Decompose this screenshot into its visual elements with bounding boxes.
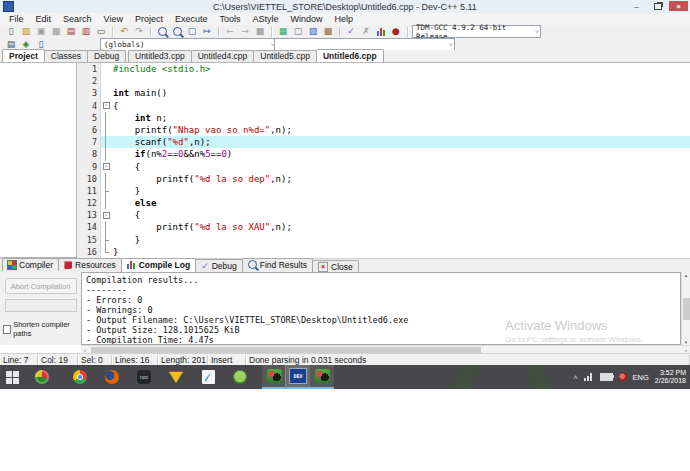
tab-project[interactable]: Project bbox=[2, 49, 45, 62]
toolbar-close-file-button[interactable]: ▤ bbox=[64, 25, 78, 38]
notification-icon[interactable] bbox=[619, 373, 627, 381]
code-line-6[interactable]: 6 printf("Nhap vao so n%d=",n); bbox=[77, 124, 690, 136]
toolbar-close-all-button[interactable]: ▥ bbox=[79, 25, 93, 38]
code-text[interactable]: } bbox=[111, 246, 690, 258]
code-text[interactable]: { bbox=[111, 161, 690, 173]
code-line-13[interactable]: 13- { bbox=[77, 209, 690, 221]
toolbar-new-project-button[interactable]: ▦ bbox=[276, 25, 290, 38]
fold-collapse-icon[interactable]: - bbox=[103, 163, 110, 170]
abort-compilation-button[interactable]: Abort Compilation bbox=[5, 278, 77, 294]
compiler-combobox[interactable]: TDM-GCC 4.9.2 64-bit Release˅ bbox=[412, 25, 541, 38]
toolbar-replace-button[interactable]: ▢ bbox=[185, 25, 199, 38]
code-line-8[interactable]: 8 if(n%2==0&&n%5==0) bbox=[77, 148, 690, 160]
fold-marker[interactable]: - bbox=[101, 100, 111, 112]
menu-execute[interactable]: Execute bbox=[169, 14, 214, 24]
tab-debug[interactable]: ✓Debug bbox=[195, 259, 243, 272]
menu-tools[interactable]: Tools bbox=[213, 14, 246, 24]
tab-debug[interactable]: Debug bbox=[87, 50, 126, 62]
clock[interactable]: 3:52 PM2/26/2018 bbox=[655, 369, 686, 385]
toolbar-find-button[interactable] bbox=[155, 25, 169, 38]
toolbar-profile-button[interactable] bbox=[374, 25, 388, 38]
tab-resources[interactable]: Resources bbox=[58, 258, 122, 271]
code-text[interactable]: #include <stdio.h> bbox=[111, 63, 690, 75]
app-triangle[interactable] bbox=[164, 365, 188, 389]
restore-button[interactable] bbox=[648, 1, 667, 11]
network-signal-icon[interactable] bbox=[584, 373, 594, 381]
code-text[interactable]: int main() bbox=[111, 87, 690, 99]
app-quill-editor[interactable] bbox=[196, 365, 220, 389]
toolbar-open-button[interactable]: ▨ bbox=[19, 25, 33, 38]
checkbox-icon[interactable] bbox=[3, 325, 11, 334]
menu-help[interactable]: Help bbox=[329, 14, 360, 24]
toolbar-package-manager-button[interactable]: ▩ bbox=[321, 25, 335, 38]
toolbar-abort-button[interactable]: ■ bbox=[253, 25, 267, 38]
app-game-1[interactable] bbox=[262, 365, 286, 389]
code-line-16[interactable]: 16} bbox=[77, 246, 690, 258]
code-line-12[interactable]: 12 else bbox=[77, 197, 690, 209]
app-chrome[interactable] bbox=[68, 365, 92, 389]
code-text[interactable]: { bbox=[111, 209, 690, 221]
app-firefox[interactable] bbox=[100, 365, 124, 389]
scroll-up-icon[interactable]: ▴ bbox=[685, 272, 688, 278]
tab-compiler[interactable]: Compiler bbox=[2, 258, 59, 271]
shorten-paths-option[interactable]: Shorten compiler paths bbox=[3, 320, 81, 338]
start-button[interactable] bbox=[0, 365, 24, 389]
code-line-5[interactable]: 5 int n; bbox=[77, 112, 690, 124]
code-line-2[interactable]: 2 bbox=[77, 75, 690, 87]
project-browser-panel[interactable] bbox=[0, 62, 77, 258]
language-indicator[interactable]: ENG bbox=[633, 373, 649, 382]
app-game-2[interactable] bbox=[310, 365, 334, 389]
code-line-15[interactable]: 15 } bbox=[77, 234, 690, 246]
code-line-7[interactable]: 7 scanf("%d",n); bbox=[77, 136, 690, 148]
compile-log-output[interactable]: Compilation results...--------- Errors: … bbox=[81, 272, 681, 345]
toolbar-project-options-button[interactable]: ▧ bbox=[306, 25, 320, 38]
toolbar-save-button[interactable]: ▣ bbox=[34, 25, 48, 38]
toolbar-program-reset-button[interactable]: ● bbox=[389, 25, 403, 38]
menu-file[interactable]: File bbox=[3, 14, 30, 24]
toolbar-remove-unit-button[interactable]: ▢ bbox=[291, 25, 305, 38]
code-text[interactable] bbox=[111, 75, 690, 87]
code-line-3[interactable]: 3int main() bbox=[77, 87, 690, 99]
toolbar-compile-button[interactable]: ✓ bbox=[344, 25, 358, 38]
menu-view[interactable]: View bbox=[98, 14, 129, 24]
fold-marker[interactable]: - bbox=[101, 161, 111, 173]
minimize-button[interactable]: – bbox=[627, 1, 646, 11]
code-editor[interactable]: 1#include <stdio.h>23int main()4-{5 int … bbox=[77, 62, 690, 258]
menu-project[interactable]: Project bbox=[129, 14, 169, 24]
toolbar-print-button[interactable]: ▭ bbox=[94, 25, 108, 38]
battery-icon[interactable] bbox=[600, 373, 613, 381]
toolbar-undo-button[interactable]: ↶ bbox=[117, 25, 131, 38]
fold-collapse-icon[interactable]: - bbox=[103, 102, 110, 109]
toolbar-forward-button[interactable]: → bbox=[238, 25, 252, 38]
tab-compile-log[interactable]: Compile Log bbox=[121, 258, 196, 272]
tab-untitled3-cpp[interactable]: Untitled3.cpp bbox=[128, 50, 192, 62]
menu-edit[interactable]: Edit bbox=[30, 14, 58, 24]
toolbar-goto-line-button[interactable]: ↦ bbox=[200, 25, 214, 38]
code-line-14[interactable]: 14 printf("%d la so XAU",n); bbox=[77, 221, 690, 233]
toolbar-redo-button[interactable]: ↷ bbox=[132, 25, 146, 38]
code-text[interactable]: printf("%d la so dep",n); bbox=[111, 173, 690, 185]
tab-untitled5-cpp[interactable]: Untitled5.cpp bbox=[253, 50, 317, 62]
code-text[interactable]: } bbox=[111, 185, 690, 197]
toolbar-new-file-button[interactable]: ▯ bbox=[4, 25, 18, 38]
fold-marker[interactable]: - bbox=[101, 209, 111, 221]
log-vertical-scrollbar[interactable]: ▴ ▾ bbox=[681, 272, 690, 345]
code-text[interactable]: } bbox=[111, 234, 690, 246]
fold-collapse-icon[interactable]: - bbox=[103, 212, 110, 219]
code-text[interactable]: { bbox=[111, 100, 690, 112]
menu-window[interactable]: Window bbox=[285, 14, 329, 24]
app-devcpp[interactable]: DEV bbox=[286, 365, 310, 389]
toolbar-clean-button[interactable]: ✗ bbox=[359, 25, 373, 38]
code-text[interactable]: printf("Nhap vao so n%d=",n); bbox=[111, 124, 690, 136]
tab-untitled6-cpp[interactable]: Untitled6.cpp bbox=[316, 49, 384, 62]
code-text[interactable]: int n; bbox=[111, 112, 690, 124]
app-green-ball[interactable] bbox=[30, 365, 54, 389]
menu-search[interactable]: Search bbox=[57, 14, 98, 24]
toolbar-find-in-files-button[interactable] bbox=[170, 25, 184, 38]
tab-classes[interactable]: Classes bbox=[44, 50, 88, 62]
code-line-10[interactable]: 10 printf("%d la so dep",n); bbox=[77, 173, 690, 185]
code-line-4[interactable]: 4-{ bbox=[77, 100, 690, 112]
code-line-1[interactable]: 1#include <stdio.h> bbox=[77, 63, 690, 75]
code-text[interactable]: printf("%d la so XAU",n); bbox=[111, 221, 690, 233]
code-line-9[interactable]: 9- { bbox=[77, 161, 690, 173]
